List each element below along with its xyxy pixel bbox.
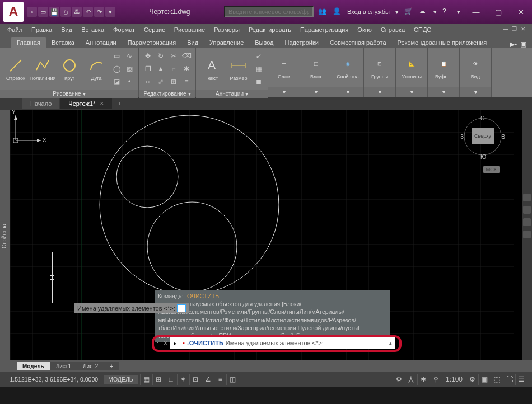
login-dropdown-icon[interactable]: ▾	[395, 8, 399, 16]
help-icon[interactable]: ?	[442, 7, 451, 16]
viewcube-s[interactable]: Ю	[480, 154, 486, 160]
tab-drawing1[interactable]: Чертеж1*✕	[60, 98, 112, 109]
command-line[interactable]: ▸_ ▪ -ОЧИСТИТЬ Имена удаляемых элементов…	[170, 337, 395, 349]
panel-groups-label[interactable]: ▾	[364, 87, 395, 97]
rotate-icon[interactable]: ↻	[155, 50, 166, 62]
qat-saveas-icon[interactable]: ⎙	[60, 7, 71, 17]
search-input[interactable]	[224, 6, 314, 17]
people-icon[interactable]: 👥	[318, 7, 327, 16]
user-icon[interactable]: 👤	[333, 7, 342, 16]
utils-button[interactable]: 📐Утилиты	[399, 51, 424, 84]
qat-undo-icon[interactable]: ↶	[83, 7, 93, 17]
circle-button[interactable]: Круг	[57, 52, 82, 86]
zoom-icon[interactable]	[523, 206, 531, 214]
drawing-canvas[interactable]: Сверху С В Ю З МСК X Y Имена удаляемых э…	[10, 110, 522, 360]
line-button[interactable]: Отрезок	[3, 52, 28, 86]
tab-view[interactable]: Вид	[181, 37, 204, 48]
ellipse-icon[interactable]: ◯	[111, 63, 122, 74]
qat-new-icon[interactable]: ▫	[27, 7, 37, 17]
login-label[interactable]: Вход в службы	[347, 8, 390, 15]
tab-layout1[interactable]: Лист1	[50, 362, 77, 370]
tab-home[interactable]: Главная	[11, 37, 46, 48]
panel-view-label[interactable]: ▾	[460, 87, 491, 97]
mirror-icon[interactable]: ▲	[155, 63, 166, 74]
tab-insert[interactable]: Вставка	[46, 37, 80, 48]
tab-anno[interactable]: Аннотации	[80, 37, 122, 48]
view-button[interactable]: 👁Вид	[463, 51, 488, 84]
text-button[interactable]: AТекст	[199, 52, 224, 86]
polar-toggle-icon[interactable]: ✶	[177, 374, 189, 385]
collapse-ribbon-icon[interactable]: ▣	[520, 40, 526, 48]
tooltip-input[interactable]	[177, 304, 186, 312]
region-icon[interactable]: ◪	[111, 76, 122, 87]
table-icon[interactable]: ▦	[253, 63, 264, 74]
menu-help[interactable]: Справка	[377, 25, 409, 34]
panel-utils-label[interactable]: ▾	[396, 87, 427, 97]
panel-draw-label[interactable]: Рисование	[53, 91, 81, 97]
tab-param[interactable]: Параметризация	[122, 37, 181, 48]
doc-restore-icon[interactable]: ❐	[512, 26, 520, 34]
cleanscreen-icon[interactable]: ⛶	[503, 374, 515, 385]
osnap-toggle-icon[interactable]: ⊡	[189, 374, 202, 385]
grid-toggle-icon[interactable]: ▦	[140, 374, 152, 385]
qat-more-icon[interactable]: ▾	[105, 7, 115, 17]
mtext-icon[interactable]: ≣	[253, 76, 264, 87]
viewcube-e[interactable]: В	[501, 134, 505, 140]
viewcube[interactable]: Сверху С В Ю З	[460, 115, 505, 160]
menu-draw[interactable]: Рисование	[170, 25, 209, 34]
tab-close-icon[interactable]: ✕	[100, 101, 104, 106]
panel-block-label[interactable]: ▾	[300, 87, 332, 97]
cmdline-close-icon[interactable]: ✕	[161, 340, 170, 347]
annoscale2-icon[interactable]: 人	[405, 374, 417, 385]
doc-minimize-icon[interactable]: —	[503, 26, 511, 34]
block-button[interactable]: ◫Блок	[304, 51, 328, 84]
pan-icon[interactable]	[523, 194, 531, 201]
panel-props-label[interactable]: ▾	[332, 87, 363, 97]
menu-format[interactable]: Формат	[109, 25, 139, 34]
menu-service[interactable]: Сервис	[140, 25, 169, 34]
maximize-button[interactable]: ▢	[487, 4, 510, 20]
cmdline-drag-handle[interactable]: ⋮	[155, 337, 161, 349]
lineweight-icon[interactable]: ≡	[214, 374, 226, 385]
cart-icon[interactable]: 🛒	[404, 7, 413, 16]
orbit-icon[interactable]	[523, 218, 531, 226]
tab-model[interactable]: Модель	[17, 362, 50, 370]
cmdline-expand-icon[interactable]: ▴	[389, 340, 392, 346]
hatch-icon[interactable]: ▨	[124, 63, 135, 74]
panel-edit-label[interactable]: Редактирование	[143, 91, 186, 97]
customize-icon[interactable]: ☰	[515, 374, 528, 385]
clip-button[interactable]: 📋Буфе...	[431, 51, 456, 84]
viewcube-face[interactable]: Сверху	[472, 128, 494, 144]
panel-anno-label[interactable]: Аннотации	[216, 91, 244, 97]
close-button[interactable]: ✕	[510, 4, 532, 20]
isolate-icon[interactable]: ▣	[478, 374, 491, 385]
panel-clip-label[interactable]: ▾	[428, 87, 459, 97]
tab-manage[interactable]: Управление	[204, 37, 249, 48]
tab-addons[interactable]: Надстройки	[279, 37, 324, 48]
transparency-icon[interactable]: ◫	[226, 374, 239, 385]
play-icon[interactable]: ▶▪	[510, 40, 517, 48]
qat-save-icon[interactable]: 💾	[49, 7, 59, 17]
model-indicator[interactable]: МОДЕЛЬ	[104, 375, 138, 384]
spline-icon[interactable]: ∿	[124, 50, 135, 62]
viewcube-n[interactable]: С	[480, 115, 484, 121]
menu-modify[interactable]: Редактировать	[245, 25, 295, 34]
workspace-switch-icon[interactable]: ⚙	[466, 374, 478, 385]
menu-view[interactable]: Вид	[57, 25, 76, 34]
erase-icon[interactable]: ⌫	[181, 50, 192, 62]
minimize-button[interactable]: —	[465, 4, 487, 20]
copy-icon[interactable]: ❐	[142, 63, 153, 74]
menu-file[interactable]: Файл	[3, 25, 26, 34]
move-icon[interactable]: ✥	[142, 50, 153, 62]
tab-featured[interactable]: Рекомендованные приложения	[392, 37, 493, 48]
menu-window[interactable]: Окно	[353, 25, 376, 34]
tab-add-button[interactable]: +	[113, 98, 125, 109]
qat-redo-icon[interactable]: ↷	[94, 7, 104, 17]
cloud-dropdown-icon[interactable]: ▾	[433, 8, 437, 16]
tab-layout-add[interactable]: +	[104, 362, 119, 370]
wheel-icon[interactable]	[523, 231, 531, 238]
viewcube-w[interactable]: З	[460, 134, 464, 140]
annoscale4-icon[interactable]: ⚲	[430, 374, 442, 385]
qat-open-icon[interactable]: ▭	[38, 7, 48, 17]
stretch-icon[interactable]: ↔	[142, 76, 153, 87]
